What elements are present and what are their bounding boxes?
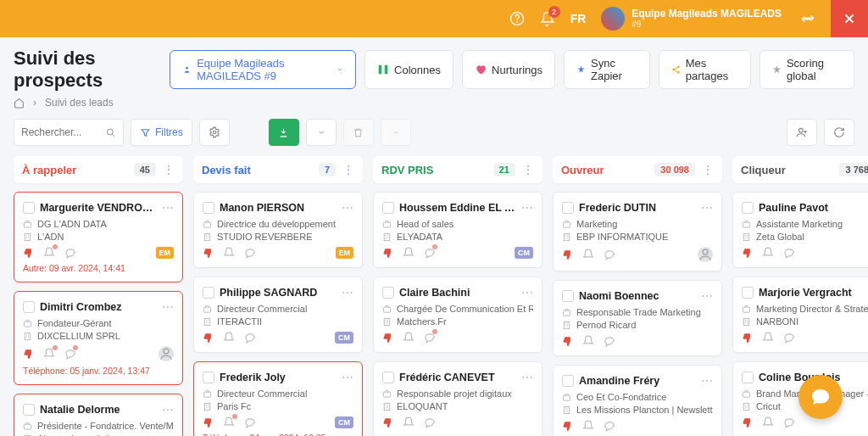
search-input[interactable] [21,126,106,138]
card-checkbox[interactable] [742,372,754,383]
team-chip[interactable]: Equipe Magileads MAGILEADS #9 [601,7,782,31]
settings-button[interactable] [199,119,230,146]
downvote-icon[interactable] [23,348,35,360]
card-menu-icon[interactable]: ⋯ [701,201,713,215]
card-menu-icon[interactable]: ⋯ [162,403,174,416]
downvote-icon[interactable] [203,332,214,344]
downvote-icon[interactable] [742,247,754,259]
reminder-icon[interactable] [403,416,415,428]
card-checkbox[interactable] [562,375,574,387]
card-checkbox[interactable] [562,202,574,214]
home-icon[interactable] [14,98,25,109]
downvote-icon[interactable] [562,420,574,432]
downvote-icon[interactable] [203,416,214,428]
delete-menu[interactable] [381,119,411,146]
lead-card[interactable]: Marjorie Vergracht ⋯ Marketing Director … [732,277,868,353]
message-icon[interactable] [423,416,435,428]
card-menu-icon[interactable]: ⋯ [162,201,174,215]
card-checkbox[interactable] [742,287,754,299]
message-icon[interactable] [603,335,615,347]
refresh-button[interactable] [824,119,854,146]
message-icon[interactable] [782,332,794,344]
lead-card[interactable]: Dimitri Crombez ⋯ Fondateur-Gérant DIXCE… [14,291,183,385]
search-input-wrap[interactable] [14,119,124,146]
lead-card[interactable]: Frédéric CANEVET ⋯ Responsable projet di… [373,361,542,436]
lead-card[interactable]: Claire Bachini ⋯ Chargée De Communicatio… [373,277,542,353]
lead-card[interactable]: Houssem Eddine EL Ayadi ⋯ Head of sales … [373,192,542,268]
message-icon[interactable] [243,332,255,344]
filters-button[interactable]: Filtres [131,119,192,146]
card-checkbox[interactable] [382,372,394,383]
message-icon[interactable] [64,348,75,360]
lead-card[interactable]: Naomi Boennec ⋯ Responsable Trade Market… [553,280,722,356]
reminder-icon[interactable] [223,332,235,344]
message-icon[interactable] [782,247,794,259]
card-menu-icon[interactable]: ⋯ [701,289,713,303]
card-checkbox[interactable] [742,202,754,214]
reminder-icon[interactable] [43,247,55,259]
breadcrumb-item[interactable]: Suivi des leads [45,97,114,109]
reminder-icon[interactable] [762,416,774,428]
message-icon[interactable] [64,247,75,259]
reminder-icon[interactable] [582,335,594,347]
download-button[interactable] [269,119,299,146]
lead-card[interactable]: Philippe SAGNARD ⋯ Directeur Commercial … [193,277,363,353]
downvote-icon[interactable] [382,247,394,259]
lead-card[interactable]: Natalie Delorme ⋯ Présidente - Fondatric… [14,394,183,436]
lead-card[interactable]: Frederik Joly ⋯ Directeur Commercial Par… [193,361,363,436]
card-menu-icon[interactable]: ⋯ [701,374,713,388]
swap-icon[interactable] [800,11,815,26]
delete-button[interactable] [343,119,374,146]
reminder-icon[interactable] [223,247,235,259]
download-menu[interactable] [306,119,337,146]
column-menu-icon[interactable]: ⋮ [702,164,714,176]
help-icon[interactable] [509,11,525,26]
reminder-icon[interactable] [762,332,774,344]
card-menu-icon[interactable]: ⋯ [342,201,353,215]
card-menu-icon[interactable]: ⋯ [521,201,533,215]
scoring-button[interactable]: Scoring global [760,50,854,89]
reminder-icon[interactable] [403,332,415,344]
lead-card[interactable]: Amandine Fréry ⋯ Ceo Et Co-Fondatrice Le… [553,365,722,436]
downvote-icon[interactable] [23,247,35,259]
lead-card[interactable]: Frederic DUTIN ⋯ Marketing EBP INFORMATI… [553,192,722,271]
card-checkbox[interactable] [23,404,35,416]
card-menu-icon[interactable]: ⋯ [342,371,353,384]
column-menu-icon[interactable]: ⋮ [522,164,534,176]
downvote-icon[interactable] [382,416,394,428]
message-icon[interactable] [423,332,435,344]
downvote-icon[interactable] [203,247,214,259]
columns-button[interactable]: Colonnes [364,50,453,89]
message-icon[interactable] [603,420,615,432]
card-checkbox[interactable] [562,290,574,302]
lead-card[interactable]: Marguerite VENDROUX ⋯ DG L'ADN DATA L'AD… [14,192,183,282]
team-picker-button[interactable]: Equipe Magileads MAGILEADS #9 [170,50,356,89]
card-menu-icon[interactable]: ⋯ [521,371,533,384]
message-icon[interactable] [603,249,615,260]
card-checkbox[interactable] [203,202,214,214]
card-checkbox[interactable] [23,301,35,313]
downvote-icon[interactable] [562,335,574,347]
card-menu-icon[interactable]: ⋯ [162,300,174,314]
sync-zapier-button[interactable]: Sync Zapier [564,50,650,89]
message-icon[interactable] [782,416,794,428]
downvote-icon[interactable] [382,332,394,344]
language-selector[interactable]: FR [570,12,587,25]
message-icon[interactable] [243,247,255,259]
downvote-icon[interactable] [562,249,574,260]
reminder-icon[interactable] [223,416,235,428]
reminder-icon[interactable] [762,247,774,259]
reminder-icon[interactable] [582,420,594,432]
card-checkbox[interactable] [23,202,35,214]
chat-fab[interactable] [798,375,843,419]
card-menu-icon[interactable]: ⋯ [521,286,533,299]
card-checkbox[interactable] [203,287,214,299]
message-icon[interactable] [243,416,255,428]
downvote-icon[interactable] [742,332,754,344]
shares-button[interactable]: Mes partages [659,50,751,89]
message-icon[interactable] [423,247,435,259]
nurturings-button[interactable]: Nurturings [462,50,555,89]
downvote-icon[interactable] [742,416,754,428]
reminder-icon[interactable] [582,249,594,260]
card-checkbox[interactable] [382,287,394,299]
